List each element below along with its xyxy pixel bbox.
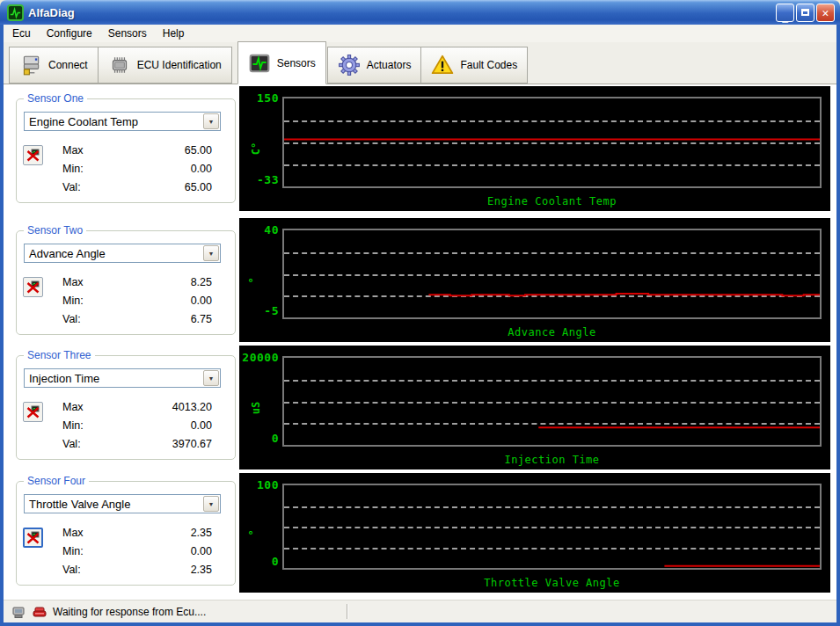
maximize-button[interactable] xyxy=(796,4,814,22)
sensor-select-3[interactable]: Injection Time ▼ xyxy=(24,368,221,388)
menubar: Ecu Configure Sensors Help xyxy=(4,25,836,42)
max-value: 4013.20 xyxy=(172,398,212,417)
y-max-label: 40 xyxy=(241,223,279,237)
y-min-label: 0 xyxy=(241,432,279,445)
max-label: Max xyxy=(62,142,84,160)
max-label: Max xyxy=(62,273,84,292)
chevron-down-icon[interactable]: ▼ xyxy=(203,245,219,261)
selected-sensor: Injection Time xyxy=(25,372,202,385)
chip-icon xyxy=(108,54,131,76)
status-message: Waiting for response from Ecu.... xyxy=(53,606,206,618)
val-label: Val: xyxy=(62,178,81,197)
selected-sensor: Engine Coolant Temp xyxy=(25,115,202,128)
sensor-group-1: Sensor One Engine Coolant Temp ▼ Max65.0… xyxy=(16,98,236,203)
val-label: Val: xyxy=(62,435,81,454)
chart-panel-injection-time: 20000 uS 0 Injection Time xyxy=(239,346,830,470)
close-button[interactable]: ✕ xyxy=(816,4,835,22)
val-value: 3970.67 xyxy=(172,435,212,454)
app-window: AlfaDiag ▁ ✕ Ecu Configure Sensors Help xyxy=(0,0,840,626)
plot-area xyxy=(282,356,822,447)
chart-line-svg xyxy=(284,230,820,317)
connect-icon xyxy=(19,54,42,76)
stop-graph-button[interactable] xyxy=(23,528,43,548)
min-label: Min: xyxy=(62,417,84,435)
tab-fault-codes[interactable]: Fault Codes xyxy=(420,47,528,84)
val-value: 2.35 xyxy=(191,561,212,579)
group-title: Sensor Three xyxy=(24,349,95,361)
max-label: Max xyxy=(62,398,84,417)
min-value: 0.00 xyxy=(191,417,212,435)
min-value: 0.00 xyxy=(191,160,212,178)
chart-line-svg xyxy=(284,98,820,186)
y-min-label: -5 xyxy=(241,304,279,317)
max-value: 65.00 xyxy=(185,142,212,160)
app-icon xyxy=(7,4,24,21)
y-unit-label: C° xyxy=(250,142,262,155)
tab-ecu-identification[interactable]: ECU Identification xyxy=(98,47,232,84)
sensor-select-4[interactable]: Throttle Valve Angle ▼ xyxy=(24,494,221,513)
tab-actuators[interactable]: Actuators xyxy=(327,47,422,84)
tab-label: Sensors xyxy=(277,57,316,69)
tab-connect[interactable]: Connect xyxy=(9,47,99,84)
computer-icon xyxy=(11,604,26,620)
stop-graph-icon xyxy=(26,531,40,544)
sensor-select-1[interactable]: Engine Coolant Temp ▼ xyxy=(24,112,221,131)
menu-item-ecu[interactable]: Ecu xyxy=(12,27,31,40)
min-label: Min: xyxy=(62,542,84,561)
tab-label: Actuators xyxy=(367,59,412,71)
min-value: 0.00 xyxy=(191,542,212,561)
menu-item-sensors[interactable]: Sensors xyxy=(108,27,147,40)
chevron-down-icon[interactable]: ▼ xyxy=(203,496,219,512)
toolbar: Connect ECU Identification Sensors xyxy=(4,42,836,84)
chevron-down-icon[interactable]: ▼ xyxy=(203,370,219,386)
statusbar: Waiting for response from Ecu.... xyxy=(4,600,836,622)
y-unit-label: ° xyxy=(247,529,259,535)
chart-panel-throttle-valve: 100 ° 0 Throttle Valve Angle xyxy=(239,473,830,593)
chart-panel-coolant-temp: 150 C° -33 Engine Coolant Temp xyxy=(239,86,830,211)
plot-area xyxy=(282,97,822,188)
ecu-device-icon xyxy=(32,604,47,620)
tab-label: Fault Codes xyxy=(460,59,517,71)
chart-title: Engine Coolant Temp xyxy=(282,195,822,207)
sensor-select-2[interactable]: Advance Angle ▼ xyxy=(24,244,221,263)
chart-line-svg xyxy=(284,358,820,445)
max-label: Max xyxy=(62,524,84,542)
val-label: Val: xyxy=(62,310,81,329)
min-value: 0.00 xyxy=(191,292,212,310)
val-value: 65.00 xyxy=(185,178,212,197)
stop-graph-icon xyxy=(26,149,40,162)
window-frame: Ecu Configure Sensors Help Connect xyxy=(0,25,840,626)
main-content: Sensor One Engine Coolant Temp ▼ Max65.0… xyxy=(4,84,836,600)
plot-area xyxy=(282,229,822,319)
statusbar-divider xyxy=(347,604,348,619)
max-value: 8.25 xyxy=(191,273,212,292)
stop-graph-button[interactable] xyxy=(23,402,43,422)
max-value: 2.35 xyxy=(191,524,212,542)
y-min-label: 0 xyxy=(241,555,279,568)
val-value: 6.75 xyxy=(191,310,212,329)
chart-title: Injection Time xyxy=(282,454,822,466)
menu-item-configure[interactable]: Configure xyxy=(47,27,92,40)
stop-graph-button[interactable] xyxy=(23,277,43,297)
minimize-button[interactable]: ▁ xyxy=(776,4,794,22)
group-title: Sensor Two xyxy=(24,224,86,237)
stop-graph-button[interactable] xyxy=(23,145,43,165)
window-title: AlfaDiag xyxy=(28,6,75,19)
selected-sensor: Advance Angle xyxy=(25,247,202,260)
group-title: Sensor Four xyxy=(24,475,89,487)
menu-item-help[interactable]: Help xyxy=(163,27,185,40)
chart-panel-advance-angle: 40 ° -5 Advance Angle xyxy=(239,218,830,342)
chevron-down-icon[interactable]: ▼ xyxy=(203,113,219,129)
plot-area xyxy=(282,484,822,570)
gear-icon xyxy=(338,54,361,76)
min-label: Min: xyxy=(62,292,84,310)
y-unit-label: ° xyxy=(247,277,259,283)
sensor-group-3: Sensor Three Injection Time ▼ Max4013.20… xyxy=(16,355,236,460)
y-max-label: 100 xyxy=(241,478,279,491)
y-unit-label: uS xyxy=(250,401,262,413)
chart-title: Advance Angle xyxy=(282,326,822,338)
y-min-label: -33 xyxy=(241,173,279,186)
tab-sensors[interactable]: Sensors xyxy=(237,41,326,84)
chart-line-svg xyxy=(284,485,820,568)
oscilloscope-icon xyxy=(248,52,271,75)
